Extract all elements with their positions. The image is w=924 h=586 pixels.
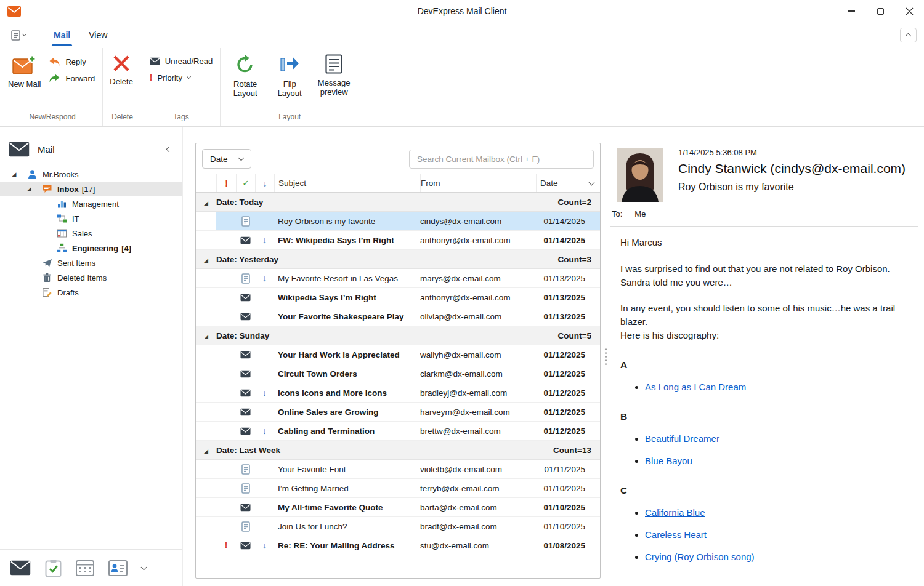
column-priority[interactable]: !	[216, 174, 236, 192]
read-note-icon	[241, 216, 250, 227]
nav-contacts-button[interactable]	[108, 560, 128, 576]
discography-link[interactable]: Careless Heart	[645, 529, 707, 540]
nav-calendar-button[interactable]	[76, 560, 94, 576]
priority-label: Priority	[158, 73, 182, 82]
ribbon: New Mail Reply Forward New/Respond	[0, 48, 924, 127]
message-row[interactable]: Your Hard Work is Appreciated wallyh@dx-…	[196, 345, 600, 364]
group-row-today[interactable]: ◢ Date: Today Count=2	[196, 193, 600, 212]
message-row[interactable]: Roy Orbison is my favorite cindys@dx-ema…	[196, 212, 600, 231]
sidebar: Mail ◢ Mr.Brooks ◢ Inbox [17] Managemen	[0, 127, 183, 586]
ribbon-tab-bar: Mail View	[0, 22, 924, 48]
group-row-yesterday[interactable]: ◢ Date: Yesterday Count=3	[196, 250, 600, 269]
nav-more-button[interactable]	[142, 567, 146, 569]
discography-link[interactable]: California Blue	[645, 507, 705, 518]
account-label: Mr.Brooks	[43, 170, 79, 179]
folder-drafts[interactable]: Drafts	[0, 285, 182, 300]
message-preview-button[interactable]: Message preview	[312, 49, 356, 97]
account-node[interactable]: ◢ Mr.Brooks	[0, 167, 182, 182]
column-subject[interactable]: Subject	[274, 174, 420, 192]
priority-button[interactable]: ! Priority	[150, 73, 213, 82]
search-input[interactable]	[409, 150, 594, 169]
discography-list: Beautiful Dreamer Blue Bayou	[620, 432, 907, 468]
column-headers: ! ✓ ↓ Subject From Date	[196, 174, 600, 193]
folder-engineering[interactable]: Engineering [4]	[0, 241, 182, 255]
reply-label: Reply	[65, 57, 86, 66]
high-priority-icon: !	[225, 540, 228, 550]
list-item: Careless Heart	[645, 528, 907, 542]
sender-avatar	[617, 148, 663, 202]
message-row[interactable]: Join Us for Lunch? bradf@dx-email.com 01…	[196, 517, 600, 536]
drag-handle-icon	[605, 356, 607, 358]
column-flag[interactable]: ✓	[236, 174, 255, 192]
reply-button[interactable]: Reply	[49, 57, 95, 66]
sort-dropdown[interactable]: Date	[202, 149, 251, 169]
unread-read-button[interactable]: Unread/Read	[150, 57, 213, 66]
folder-it[interactable]: IT	[0, 211, 182, 226]
delete-button[interactable]: Delete	[105, 49, 137, 86]
message-row[interactable]: I’m Getting Married terryb@dx-email.com …	[196, 479, 600, 498]
message-row[interactable]: Your Favorite Shakespeare Play oliviap@d…	[196, 307, 600, 326]
new-mail-button[interactable]: New Mail	[5, 49, 44, 89]
discography-link[interactable]: Beautiful Dreamer	[645, 433, 719, 444]
ribbon-menu-button[interactable]	[7, 28, 30, 43]
discography-link[interactable]: As Long as I Can Dream	[645, 382, 746, 392]
expand-arrow-icon[interactable]: ◢	[25, 186, 33, 192]
message-row[interactable]: ↓ Cabling and Termination brettw@dx-emai…	[196, 422, 600, 441]
tab-mail-label: Mail	[54, 30, 70, 40]
message-sender: Cindy Stanwick (cindys@dx-email.com)	[678, 161, 906, 176]
group-row-last-week[interactable]: ◢ Date: Last Week Count=13	[196, 441, 600, 460]
discography-section-heading: C	[620, 484, 907, 497]
message-from: bradf@dx-email.com	[420, 522, 536, 531]
collapse-sidebar-button[interactable]	[167, 147, 171, 151]
document-menu-icon	[11, 30, 20, 41]
sales-label: Sales	[72, 229, 92, 238]
sidebar-title: Mail	[38, 144, 55, 155]
chevron-left-icon	[166, 146, 172, 153]
group-label: Date: Sunday	[216, 331, 558, 340]
folder-sent-items[interactable]: Sent Items	[0, 255, 182, 270]
column-date[interactable]: Date	[536, 174, 600, 192]
message-row[interactable]: Wikipedia Says I’m Right anthonyr@dx-ema…	[196, 288, 600, 307]
minimize-button[interactable]	[837, 0, 866, 22]
column-from[interactable]: From	[420, 174, 536, 192]
close-button[interactable]	[895, 0, 924, 22]
nav-mail-button[interactable]	[10, 560, 31, 576]
tab-mail[interactable]: Mail	[44, 22, 79, 48]
maximize-button[interactable]	[866, 0, 895, 22]
message-row[interactable]: Your Favorite Font violetb@dx-email.com …	[196, 460, 600, 479]
column-attachment[interactable]: ↓	[255, 174, 274, 192]
message-row[interactable]: ! ↓ Re: RE: Your Mailing Address stu@dx-…	[196, 536, 600, 555]
discography-link[interactable]: Blue Bayou	[645, 456, 692, 466]
group-row-sunday[interactable]: ◢ Date: Sunday Count=5	[196, 326, 600, 345]
message-row[interactable]: ↓ FW: Wikipedia Says I’m Right anthonyr@…	[196, 231, 600, 250]
it-label: IT	[72, 214, 79, 223]
message-row[interactable]: My All-time Favorite Quote barta@dx-emai…	[196, 498, 600, 517]
ribbon-group-layout: Rotate Layout Flip Layout Message previe…	[220, 48, 359, 126]
forward-button[interactable]: Forward	[49, 73, 95, 83]
unread-envelope-icon	[240, 542, 251, 550]
message-row[interactable]: ↓ My Favorite Resort in Las Vegas marys@…	[196, 269, 600, 288]
message-row[interactable]: Online Sales are Growing harveym@dx-emai…	[196, 403, 600, 422]
flip-layout-button[interactable]: Flip Layout	[267, 49, 312, 98]
folder-inbox[interactable]: ◢ Inbox [17]	[0, 182, 182, 196]
message-preview-icon	[325, 54, 342, 74]
tab-view-label: View	[89, 30, 107, 40]
expand-arrow-icon[interactable]: ◢	[10, 171, 18, 177]
message-subject: Join Us for Lunch?	[274, 522, 420, 531]
ribbon-group-label: Layout	[223, 111, 356, 126]
down-arrow-icon: ↓	[262, 426, 267, 436]
priority-exclamation-icon: !	[150, 73, 153, 82]
tab-view[interactable]: View	[79, 22, 116, 48]
pane-splitter[interactable]	[601, 127, 610, 586]
body-paragraph: I was surprised to find out that you are…	[620, 262, 907, 289]
message-row[interactable]: Circuit Town Orders clarkm@dx-email.com …	[196, 364, 600, 383]
mail-icon	[9, 142, 30, 157]
nav-tasks-button[interactable]	[45, 559, 62, 577]
folder-sales[interactable]: Sales	[0, 226, 182, 241]
message-row[interactable]: ↓ Icons Icons and More Icons bradleyj@dx…	[196, 383, 600, 403]
discography-link[interactable]: Crying (Roy Orbison song)	[645, 552, 755, 562]
folder-management[interactable]: Management	[0, 196, 182, 211]
folder-deleted-items[interactable]: Deleted Items	[0, 270, 182, 285]
ribbon-collapse-button[interactable]	[900, 28, 917, 42]
rotate-layout-button[interactable]: Rotate Layout	[223, 49, 267, 98]
